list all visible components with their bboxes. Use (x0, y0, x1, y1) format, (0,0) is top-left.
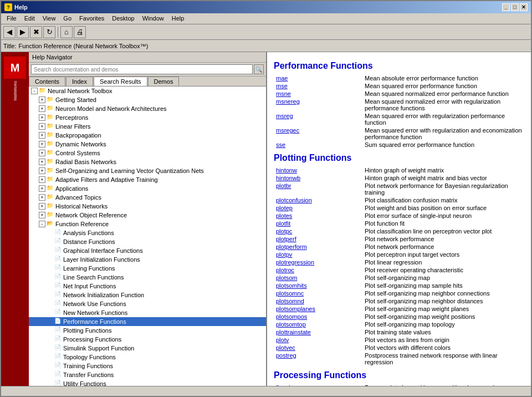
tree-item-funcref[interactable]: - 📂 Function Reference (29, 220, 266, 228)
toggle-applications[interactable]: + (39, 185, 45, 192)
tab-search-results[interactable]: Search Results (94, 77, 147, 86)
menu-go[interactable]: Go (60, 14, 75, 23)
func-link-1-3[interactable]: plotconfusion (276, 197, 312, 203)
func-link-1-8[interactable]: plotperf (276, 236, 296, 242)
minimize-button[interactable]: _ (502, 3, 510, 11)
func-link-1-0[interactable]: hintonw (276, 167, 297, 174)
tree-item-applications[interactable]: + 📁 Applications (29, 184, 266, 193)
func-link-0-2[interactable]: msne (276, 90, 291, 97)
tree-panel[interactable]: - 📁 Neural Network Toolbox + 📁 Getting S… (29, 86, 266, 386)
tree-item-utility[interactable]: 📄 Utility Functions (29, 379, 266, 386)
func-link-1-16[interactable]: plotsomnd (276, 298, 304, 304)
toggle-funcref[interactable]: - (39, 221, 45, 227)
maximize-button[interactable]: □ (511, 3, 519, 11)
func-link-1-23[interactable]: postreg (276, 352, 296, 359)
tab-index[interactable]: Index (66, 77, 93, 86)
menu-help[interactable]: Help (168, 14, 188, 23)
tree-item-transfer[interactable]: 📄 Transfer Functions (29, 370, 266, 379)
tree-item-processing[interactable]: 📄 Processing Functions (29, 335, 266, 344)
func-link-1-5[interactable]: plotes (276, 212, 292, 219)
tree-item-networkuse[interactable]: 📄 Network Use Functions (29, 299, 266, 308)
close-button[interactable]: ✕ (520, 3, 528, 11)
menu-view[interactable]: View (39, 14, 59, 23)
tree-item-netinput[interactable]: 📄 Net Input Functions (29, 282, 266, 291)
tree-item-analysis[interactable]: 📄 Analysis Functions (29, 228, 266, 237)
func-link-1-10[interactable]: plotpv (276, 251, 292, 258)
func-link-1-11[interactable]: plotregression (276, 259, 314, 266)
func-link-0-3[interactable]: msnereg (276, 98, 300, 105)
tree-item-linesearch[interactable]: 📄 Line Search Functions (29, 273, 266, 282)
func-link-1-22[interactable]: plotvec (276, 344, 295, 351)
tree-item-performance[interactable]: 📄 Performance Functions (29, 317, 266, 326)
tree-item-training[interactable]: 📄 Training Functions (29, 362, 266, 370)
func-link-1-7[interactable]: plotpc (276, 228, 292, 235)
tree-item-simulink[interactable]: 📄 Simulink Support Function (29, 344, 266, 353)
func-link-0-4[interactable]: msreg (276, 113, 293, 119)
search-button[interactable]: 🔍 (254, 64, 264, 74)
back-button[interactable]: ◀ (3, 26, 16, 38)
tab-contents[interactable]: Contents (29, 77, 65, 86)
toggle-advanced[interactable]: + (39, 194, 45, 201)
tree-item-graphical[interactable]: 📄 Graphical Interface Functions (29, 246, 266, 255)
func-link-1-20[interactable]: plottrainstate (276, 329, 311, 335)
tree-item-gettingstarted[interactable]: + 📁 Getting Started (29, 95, 266, 104)
tree-item-radial[interactable]: + 📁 Radial Basis Networks (29, 157, 266, 166)
toggle-adaptive[interactable]: + (39, 176, 45, 183)
func-link-1-21[interactable]: plotv (276, 337, 289, 343)
tree-item-dynamic[interactable]: + 📁 Dynamic Networks (29, 140, 266, 149)
tree-item-learning[interactable]: 📄 Learning Functions (29, 264, 266, 273)
func-link-0-1[interactable]: mse (276, 83, 288, 89)
tree-item-topology[interactable]: 📄 Topology Functions (29, 353, 266, 362)
func-link-1-19[interactable]: plotsomtop (276, 321, 306, 328)
search-input[interactable] (31, 64, 253, 74)
func-link-1-13[interactable]: plotsom (276, 274, 298, 281)
tree-item-backprop[interactable]: + 📁 Backpropagation (29, 131, 266, 140)
home-button[interactable]: ⌂ (60, 26, 73, 38)
tree-item-neuronmodel[interactable]: + 📁 Neuron Model and Network Architectur… (29, 104, 266, 113)
toggle-backprop[interactable]: + (39, 132, 45, 139)
func-link-1-15[interactable]: plotsomnc (276, 290, 304, 297)
toggle-linearfilters[interactable]: + (39, 123, 45, 130)
stop-button[interactable]: ✖ (30, 26, 42, 38)
tree-item-linearfilters[interactable]: + 📁 Linear Filters (29, 122, 266, 131)
func-link-1-18[interactable]: plotsompos (276, 313, 307, 320)
func-link-0-0[interactable]: mae (276, 75, 288, 82)
func-link-1-9[interactable]: plotperform (276, 243, 307, 250)
menu-favorites[interactable]: Favorites (76, 14, 108, 23)
tree-item-adaptive[interactable]: + 📁 Adaptive Filters and Adaptive Traini… (29, 175, 266, 184)
tree-item-perceptrons[interactable]: + 📁 Perceptrons (29, 113, 266, 122)
forward-button[interactable]: ▶ (17, 26, 29, 38)
toggle-control[interactable]: + (39, 150, 45, 156)
tree-item-control[interactable]: + 📁 Control Systems (29, 149, 266, 157)
func-link-1-14[interactable]: plotsomhits (276, 282, 307, 289)
menu-edit[interactable]: Edit (21, 14, 38, 23)
toggle-networkobj[interactable]: + (39, 212, 45, 218)
menu-desktop[interactable]: Desktop (109, 14, 137, 23)
tree-item-distance[interactable]: 📄 Distance Functions (29, 237, 266, 246)
toggle-gettingstarted[interactable]: + (39, 96, 45, 103)
toggle-selforg[interactable]: + (39, 167, 45, 174)
func-link-0-6[interactable]: sse (276, 141, 285, 148)
func-link-1-6[interactable]: plotfit (276, 220, 290, 227)
func-link-1-17[interactable]: plotsomplanes (276, 306, 315, 312)
print-button[interactable]: 🖨 (74, 26, 86, 38)
tree-item-advanced[interactable]: + 📁 Advanced Topics (29, 193, 266, 202)
func-link-0-5[interactable]: msregec (276, 127, 299, 134)
tree-item-historical[interactable]: + 📁 Historical Networks (29, 202, 266, 211)
refresh-button[interactable]: ↻ (43, 26, 55, 38)
toggle-dynamic[interactable]: + (39, 141, 45, 147)
toggle-perceptrons[interactable]: + (39, 114, 45, 121)
func-link-1-4[interactable]: plotep (276, 205, 293, 211)
func-link-1-12[interactable]: plotroc (276, 267, 294, 273)
menu-file[interactable]: File (3, 14, 20, 23)
tree-item-networkinit[interactable]: 📄 Network Initialization Function (29, 291, 266, 299)
func-link-1-2[interactable]: plotbr (276, 182, 291, 189)
toggle-historical[interactable]: + (39, 203, 45, 210)
toggle-nntoolbox[interactable]: - (31, 88, 38, 94)
tab-demos[interactable]: Demos (148, 77, 180, 86)
toggle-neuronmodel[interactable]: + (39, 105, 45, 112)
tree-item-newnetwork[interactable]: 📄 New Network Functions (29, 308, 266, 317)
tree-item-layerinit[interactable]: 📄 Layer Initialization Functions (29, 255, 266, 264)
tree-item-selforg[interactable]: + 📁 Self-Organizing and Learning Vector … (29, 166, 266, 175)
tree-item-plotting[interactable]: 📄 Plotting Functions (29, 326, 266, 335)
